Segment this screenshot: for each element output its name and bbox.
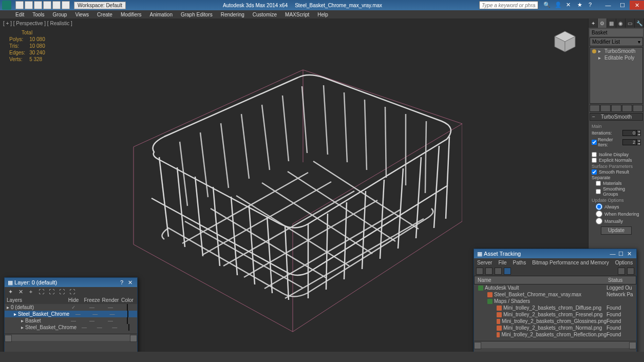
asset-row[interactable]: Mini_trolley_2_baskets_chrom_Glossines.p… [474, 318, 636, 325]
iterations-spinner[interactable]: 0 [622, 130, 637, 136]
remove-modifier-btn[interactable] [622, 105, 632, 112]
motion-tab[interactable]: ◉ [616, 18, 626, 28]
asset-columns-header[interactable]: Name Status [474, 276, 636, 284]
layer-hscroll[interactable] [5, 334, 137, 341]
update-always-radio[interactable] [596, 203, 602, 210]
asset-menu-options[interactable]: Options [615, 260, 633, 265]
asset-menu-file[interactable]: File [498, 260, 506, 265]
menu-modifiers[interactable]: Modifiers [121, 12, 142, 17]
viewcube[interactable] [552, 29, 578, 54]
menu-customize[interactable]: Customize [253, 12, 277, 17]
turbosmooth-rollout-header[interactable]: TurboSmooth [590, 113, 643, 121]
asset-row[interactable]: Mini_trolley_2_baskets_chrom_Normal.pngF… [474, 325, 636, 331]
asset-row[interactable]: Mini_trolley_2_baskets_chrom_Fresnel.png… [474, 311, 636, 318]
menu-animation[interactable]: Animation [149, 12, 172, 17]
minimize-button[interactable]: — [601, 1, 615, 10]
pin-stack-btn[interactable] [590, 105, 600, 112]
link-btn[interactable] [62, 1, 70, 9]
favorite-icon[interactable]: ★ [577, 2, 584, 9]
show-end-result-btn[interactable] [600, 105, 611, 112]
menu-group[interactable]: Group [53, 12, 67, 17]
maximize-button[interactable]: ☐ [615, 1, 630, 10]
menu-tools[interactable]: Tools [32, 12, 44, 17]
modifier-list-dropdown[interactable]: Modifier List▾ [590, 37, 643, 46]
layer-row[interactable]: ▸0 (default)✓—— [5, 304, 137, 311]
menu-help[interactable]: Help [317, 12, 328, 17]
menu-create[interactable]: Create [97, 12, 112, 17]
asset-row[interactable]: Autodesk VaultLogged Ou [474, 284, 636, 291]
asset-table-btn[interactable] [504, 268, 511, 275]
object-name-field[interactable]: Basket [590, 29, 643, 36]
configure-sets-btn[interactable] [633, 105, 643, 112]
menu-edit[interactable]: Edit [15, 12, 24, 17]
make-unique-btn[interactable] [611, 105, 621, 112]
freeze-layer-btn[interactable]: ⛶ [68, 288, 75, 295]
new-layer-btn[interactable]: ✦ [7, 288, 14, 295]
asset-row[interactable]: Steel_Basket_Chrome_max_vray.maxNetwork … [474, 291, 636, 298]
select-layer-btn[interactable]: ⛶ [37, 288, 45, 295]
asset-hscroll[interactable] [474, 341, 636, 348]
close-button[interactable]: ✕ [630, 1, 644, 10]
delete-layer-btn[interactable]: ✕ [17, 288, 24, 295]
update-button[interactable]: Update [601, 226, 632, 235]
viewport-label[interactable]: [ + ] [ Perspective ] [ Realistic ] [3, 21, 72, 26]
basket-model[interactable] [103, 44, 462, 337]
save-btn[interactable] [34, 1, 42, 9]
asset-row[interactable]: Mini_trolley_2_baskets_chrom_Reflection.… [474, 331, 636, 338]
new-btn[interactable] [15, 1, 24, 9]
help-icon[interactable]: ? [589, 2, 596, 9]
asset-list-btn[interactable] [495, 268, 502, 275]
explicit-normals-checkbox[interactable] [592, 158, 597, 163]
update-rendering-radio[interactable] [596, 211, 602, 217]
layer-tree[interactable]: ▸0 (default)✓——▸Steel_Basket_Chrome———▸B… [5, 304, 137, 334]
asset-help-btn[interactable] [627, 268, 634, 275]
menu-maxscript[interactable]: MAXScript [285, 12, 309, 17]
menu-rendering[interactable]: Rendering [221, 12, 244, 17]
smooth-result-checkbox[interactable] [592, 169, 597, 175]
render-iters-checkbox[interactable] [592, 140, 597, 145]
create-tab[interactable]: ✦ [589, 18, 598, 28]
asset-max-btn[interactable]: ☐ [617, 251, 625, 257]
utilities-tab[interactable]: 🔧 [635, 18, 644, 28]
menu-graph-editors[interactable]: Graph Editors [181, 12, 213, 17]
workspace-dropdown[interactable]: Workspace: Default [74, 2, 126, 9]
layer-row[interactable]: ▸Steel_Basket_Chrome——— [5, 324, 137, 331]
exchange-icon[interactable]: ✕ [566, 2, 573, 9]
modify-tab[interactable]: ⚙ [598, 18, 607, 28]
asset-min-btn[interactable]: — [609, 251, 617, 257]
hierarchy-tab[interactable]: ▦ [607, 18, 616, 28]
isoline-checkbox[interactable] [592, 152, 597, 157]
asset-list[interactable]: Autodesk VaultLogged OuSteel_Basket_Chro… [474, 284, 636, 341]
signin-icon[interactable]: 👤 [555, 2, 562, 9]
render-iters-spinner[interactable]: 2 [622, 139, 637, 145]
undo-btn[interactable] [43, 1, 51, 9]
update-manually-radio[interactable] [596, 218, 602, 224]
layer-dialog-titlebar[interactable]: ▦ Layer: 0 (default) ? ✕ [5, 278, 137, 287]
modifier-editable-poly[interactable]: ▸ Editable Poly [590, 54, 642, 61]
menu-views[interactable]: Views [75, 12, 89, 17]
highlight-layer-btn[interactable]: ⛶ [48, 288, 55, 295]
asset-refresh-btn[interactable] [476, 268, 483, 275]
add-to-layer-btn[interactable]: + [27, 288, 34, 295]
hide-layer-btn[interactable]: ⛶ [58, 288, 65, 295]
open-btn[interactable] [25, 1, 33, 9]
asset-menu-paths[interactable]: Paths [513, 260, 526, 265]
modifier-turbosmooth[interactable]: ▸ TurboSmooth [590, 48, 642, 54]
asset-row[interactable]: Maps / Shaders [474, 298, 636, 304]
materials-checkbox[interactable] [596, 181, 601, 186]
search-input[interactable] [479, 1, 538, 9]
display-tab[interactable]: ▭ [626, 18, 635, 28]
asset-settings-btn[interactable] [618, 268, 625, 275]
asset-close-btn[interactable]: ✕ [625, 251, 633, 257]
asset-menu-server[interactable]: Server [477, 260, 492, 265]
layer-row[interactable]: ▸Steel_Basket_Chrome——— [5, 311, 137, 317]
search-icon[interactable]: 🔍 [543, 2, 551, 9]
redo-btn[interactable] [52, 1, 61, 9]
layer-row[interactable]: ▸Basket——— [5, 317, 137, 324]
asset-menu-bitmap-performance-and-memory[interactable]: Bitmap Performance and Memory [532, 260, 609, 265]
asset-dialog-titlebar[interactable]: ▦ Asset Tracking — ☐ ✕ [474, 249, 636, 258]
layer-help-btn[interactable]: ? [118, 279, 126, 285]
asset-tree-btn[interactable] [485, 268, 493, 275]
modifier-stack[interactable]: ▸ TurboSmooth ▸ Editable Poly [590, 47, 643, 104]
smoothing-groups-checkbox[interactable] [596, 189, 601, 194]
